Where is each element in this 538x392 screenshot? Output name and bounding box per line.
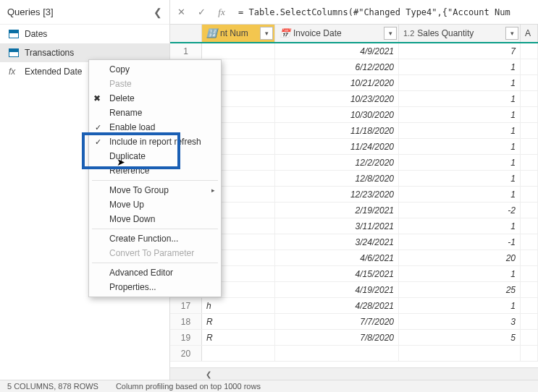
cell-invoice-date[interactable]: 11/24/2020 — [275, 139, 399, 154]
cell-partial[interactable] — [521, 346, 538, 361]
commit-icon[interactable]: ✓ — [195, 6, 208, 19]
menu-move-down[interactable]: Move Down — [89, 212, 221, 226]
menu-copy[interactable]: Copy — [89, 62, 221, 77]
scroll-left-icon[interactable]: ❮ — [202, 368, 215, 380]
cell-sales-quantity[interactable]: 1 — [399, 155, 521, 170]
table-row[interactable]: 17h4/28/20211 — [170, 298, 538, 314]
menu-delete[interactable]: ✖Delete — [89, 91, 221, 106]
cell-sales-quantity[interactable]: 1 — [399, 107, 521, 122]
table-row[interactable]: 510/30/20201 — [170, 107, 538, 123]
column-header-invoice-date[interactable]: 📅 Invoice Date ▾ — [275, 25, 399, 42]
fx-button[interactable]: fx — [215, 6, 228, 19]
cell-account-num[interactable] — [202, 43, 275, 59]
cell-sales-quantity[interactable]: 1 — [399, 171, 521, 186]
cell-invoice-date[interactable] — [275, 346, 399, 361]
cell-partial[interactable] — [521, 330, 538, 345]
row-number[interactable]: 1 — [170, 43, 202, 59]
cell-partial[interactable] — [521, 123, 538, 138]
table-row[interactable]: 18R7/7/20203 — [170, 314, 538, 330]
cell-account-num[interactable]: h — [202, 298, 275, 313]
cell-partial[interactable] — [521, 266, 538, 281]
cell-sales-quantity[interactable]: 20 — [399, 250, 521, 265]
menu-create-function[interactable]: Create Function... — [89, 231, 221, 246]
cell-partial[interactable] — [521, 298, 538, 313]
filter-dropdown-icon[interactable]: ▾ — [384, 27, 397, 40]
menu-move-up[interactable]: Move Up — [89, 197, 221, 212]
menu-enable-load[interactable]: ✓Enable load — [89, 120, 221, 135]
cell-invoice-date[interactable]: 12/2/2020 — [275, 155, 399, 170]
cell-partial[interactable] — [521, 107, 538, 122]
cell-sales-quantity[interactable]: 25 — [399, 282, 521, 297]
cell-invoice-date[interactable]: 4/19/2021 — [275, 282, 399, 297]
formula-input[interactable] — [235, 6, 534, 19]
cell-invoice-date[interactable]: 7/8/2020 — [275, 330, 399, 345]
cell-partial[interactable] — [521, 250, 538, 265]
table-row[interactable]: 1012/23/20201 — [170, 187, 538, 203]
cell-partial[interactable] — [521, 282, 538, 297]
table-row[interactable]: 112/19/2021-2 — [170, 203, 538, 218]
menu-advanced-editor[interactable]: Advanced Editor — [89, 265, 221, 280]
cell-invoice-date[interactable]: 4/28/2021 — [275, 298, 399, 313]
table-row[interactable]: 19R7/8/20205 — [170, 330, 538, 346]
cell-invoice-date[interactable]: 4/6/2021 — [275, 250, 399, 265]
cell-invoice-date[interactable]: 10/21/2020 — [275, 75, 399, 90]
table-row[interactable]: 310/21/20201 — [170, 75, 538, 91]
row-number[interactable]: 20 — [170, 346, 202, 361]
cell-partial[interactable] — [521, 91, 538, 106]
cell-sales-quantity[interactable]: -2 — [399, 203, 521, 218]
table-row[interactable]: 812/2/20201 — [170, 155, 538, 171]
cell-invoice-date[interactable]: 6/12/2020 — [275, 59, 399, 74]
column-header-sales-quantity[interactable]: 1.2 Sales Quantity ▾ — [399, 25, 521, 42]
cell-invoice-date[interactable]: 10/30/2020 — [275, 107, 399, 122]
menu-properties[interactable]: Properties... — [89, 280, 221, 294]
cell-partial[interactable] — [521, 139, 538, 154]
table-row[interactable]: 123/11/20211 — [170, 218, 538, 234]
menu-reference[interactable]: Reference — [89, 163, 221, 178]
cell-sales-quantity[interactable]: 1 — [399, 75, 521, 90]
cell-sales-quantity[interactable]: 1 — [399, 266, 521, 281]
cell-partial[interactable] — [521, 187, 538, 202]
cell-sales-quantity[interactable]: 1 — [399, 218, 521, 234]
table-row[interactable]: 912/8/20201 — [170, 171, 538, 187]
cell-partial[interactable] — [521, 203, 538, 218]
menu-duplicate[interactable]: Duplicate — [89, 149, 221, 163]
cell-partial[interactable] — [521, 234, 538, 250]
cell-invoice-date[interactable]: 11/18/2020 — [275, 123, 399, 138]
filter-dropdown-icon[interactable]: ▾ — [260, 27, 273, 40]
cell-sales-quantity[interactable]: 3 — [399, 314, 521, 329]
table-row[interactable]: 15h4/15/20211 — [170, 266, 538, 282]
cancel-icon[interactable]: ✕ — [175, 6, 188, 19]
table-row[interactable]: 26/12/20201 — [170, 59, 538, 75]
cell-sales-quantity[interactable]: 1 — [399, 187, 521, 202]
column-header-partial[interactable]: A — [521, 25, 538, 42]
query-item-dates[interactable]: Dates — [0, 25, 169, 43]
cell-invoice-date[interactable]: 12/23/2020 — [275, 187, 399, 202]
cell-invoice-date[interactable]: 3/11/2021 — [275, 218, 399, 234]
table-row[interactable]: 711/24/20201 — [170, 139, 538, 155]
row-number[interactable]: 17 — [170, 298, 202, 313]
cell-invoice-date[interactable]: 4/9/2021 — [275, 43, 399, 59]
column-header-account-num[interactable]: 🔢 nt Num ▾ — [202, 25, 275, 42]
cell-sales-quantity[interactable]: 7 — [399, 43, 521, 59]
menu-rename[interactable]: Rename — [89, 106, 221, 120]
row-number[interactable]: 18 — [170, 314, 202, 329]
cell-sales-quantity[interactable]: -1 — [399, 234, 521, 250]
cell-invoice-date[interactable]: 10/23/2020 — [275, 91, 399, 106]
cell-partial[interactable] — [521, 59, 538, 74]
cell-account-num[interactable]: R — [202, 330, 275, 345]
cell-invoice-date[interactable]: 7/7/2020 — [275, 314, 399, 329]
table-row[interactable]: 14/9/20217 — [170, 43, 538, 59]
row-header-corner[interactable] — [170, 25, 202, 42]
collapse-icon[interactable]: ❮ — [154, 7, 162, 18]
cell-partial[interactable] — [521, 155, 538, 170]
cell-partial[interactable] — [521, 314, 538, 329]
table-row[interactable]: 133/24/2021-1 — [170, 234, 538, 250]
cell-account-num[interactable]: R — [202, 314, 275, 329]
menu-move-to-group[interactable]: Move To Group▸ — [89, 183, 221, 197]
table-row[interactable]: 16h4/19/202125 — [170, 282, 538, 298]
row-number[interactable]: 19 — [170, 330, 202, 345]
cell-invoice-date[interactable]: 12/8/2020 — [275, 171, 399, 186]
cell-sales-quantity[interactable] — [399, 346, 521, 361]
filter-dropdown-icon[interactable]: ▾ — [505, 27, 518, 40]
cell-sales-quantity[interactable]: 1 — [399, 59, 521, 74]
